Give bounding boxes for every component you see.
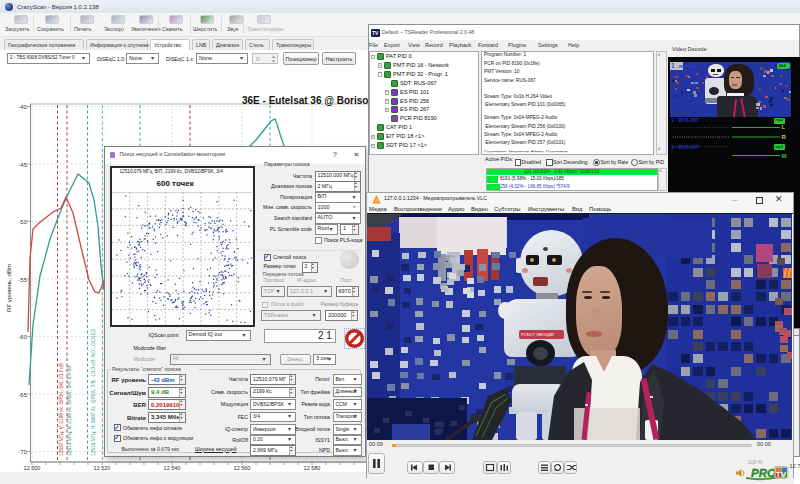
- svg-text:-70: -70: [18, 449, 27, 455]
- svg-text:PRO: PRO: [751, 467, 776, 479]
- svg-text:TV: TV: [776, 470, 787, 479]
- svg-text:12 580: 12 580: [304, 465, 321, 471]
- svg-text:-45: -45: [18, 162, 27, 168]
- svg-text:12 540: 12 540: [164, 465, 181, 471]
- svg-text:36E - Eutelsat 36 @ Borisovo: 36E - Eutelsat 36 @ Borisovo: [242, 95, 380, 106]
- svg-text:-55: -55: [18, 277, 27, 283]
- svg-text:-60: -60: [18, 334, 27, 340]
- svg-text:12516 МГц; Н; 3697 Кс ;QPSK; 7: 12516 МГц; Н; 3697 Кс ;QPSK; 7/8; -10.0 …: [91, 328, 96, 456]
- svg-text:-40: -40: [18, 104, 27, 110]
- svg-text:12 520: 12 520: [94, 465, 111, 471]
- svg-text:-65: -65: [18, 392, 27, 398]
- svg-text:12 560: 12 560: [234, 465, 251, 471]
- svg-text:12 500: 12 500: [24, 465, 41, 471]
- svg-text:RF уровень, dBm: RF уровень, dBm: [6, 264, 12, 312]
- svg-text:12510 МГц; V; 2199 Кс ;8PSK; 3: 12510 МГц; V; 2199 Кс ;8PSK; 3/4; 9,4 dB: [67, 366, 72, 456]
- svg-text:12507 МГц; V; 2199 Кс ;8PSK; 5: 12507 МГц; V; 2199 Кс ;8PSK; 5/6; 10.7 d…: [59, 363, 64, 456]
- svg-text:-50: -50: [18, 219, 27, 225]
